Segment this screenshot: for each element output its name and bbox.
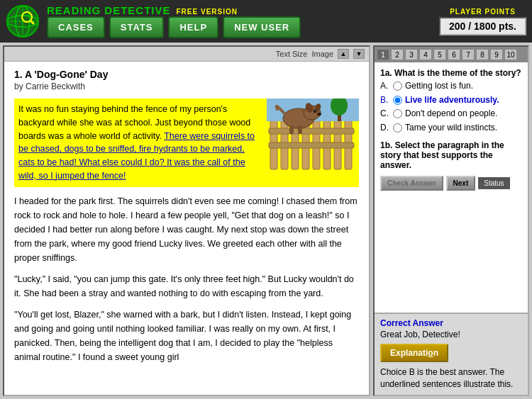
image-label: Image bbox=[311, 50, 333, 58]
text-size-label: Text Size bbox=[276, 50, 308, 58]
svg-point-25 bbox=[314, 110, 316, 113]
help-button[interactable]: HELP bbox=[168, 16, 218, 38]
new-user-button[interactable]: NEW USER bbox=[223, 16, 301, 38]
status-display: Status bbox=[478, 177, 509, 189]
q-tab-6[interactable]: 6 bbox=[448, 49, 460, 60]
svg-rect-29 bbox=[298, 125, 302, 134]
nav-buttons: CASES STATS HELP NEW USER bbox=[47, 16, 425, 38]
dog-fence-illustration bbox=[267, 99, 359, 176]
radio-b[interactable] bbox=[393, 96, 402, 105]
logo-icon bbox=[6, 4, 40, 38]
correct-answer-title: Correct Answer bbox=[380, 318, 522, 328]
radio-c[interactable] bbox=[393, 109, 402, 118]
player-points-area: PLAYER POINTS 200 / 1800 pts. bbox=[439, 8, 526, 35]
q-tab-1[interactable]: 1 bbox=[377, 49, 389, 60]
main-content: Text Size Image ▲ ▼ 1. A 'Dog-Gone' Day … bbox=[0, 43, 532, 399]
correct-answer-message: Great Job, Detective! bbox=[380, 330, 522, 339]
dog-image bbox=[267, 99, 359, 179]
q-tab-8[interactable]: 8 bbox=[476, 49, 489, 60]
next-button[interactable]: Next bbox=[446, 176, 476, 191]
q-tab-7[interactable]: 7 bbox=[462, 49, 475, 60]
check-answer-row: Check Answer Next Status bbox=[380, 176, 522, 191]
reading-panel: Text Size Image ▲ ▼ 1. A 'Dog-Gone' Day … bbox=[3, 45, 370, 396]
question-tabs: 1 2 3 4 5 6 7 8 9 10 bbox=[375, 47, 528, 62]
check-answer-button[interactable]: Check Answer bbox=[380, 176, 443, 191]
option-b-text: Live life adventurously. bbox=[405, 95, 499, 106]
svg-point-26 bbox=[315, 111, 316, 111]
q1a-label: 1a. What is the theme of the story? bbox=[380, 68, 522, 78]
option-d-text: Tame your wild instincts. bbox=[405, 123, 497, 134]
story-paragraph-2: "Lucky," I said, "you can jump this gate… bbox=[14, 272, 359, 300]
option-b-letter: B. bbox=[380, 95, 390, 106]
answer-option-c[interactable]: C. Don't depend on people. bbox=[380, 108, 522, 120]
option-d-letter: D. bbox=[380, 123, 390, 134]
q-tab-9[interactable]: 9 bbox=[490, 49, 503, 60]
brand-title: READING DETECTIVE bbox=[47, 4, 171, 16]
questions-area: 1a. What is the theme of the story? A. G… bbox=[375, 62, 528, 313]
app-header: READING DETECTIVE FREE VERSION CASES STA… bbox=[0, 0, 532, 43]
radio-a[interactable] bbox=[393, 82, 402, 91]
explanation-text: Choice B is the best answer. The underli… bbox=[380, 366, 522, 390]
option-c-letter: C. bbox=[380, 108, 390, 120]
q1b-section: 1b. Select the paragraph in the story th… bbox=[380, 140, 522, 170]
stats-button[interactable]: STATS bbox=[109, 16, 165, 38]
player-points-label: PLAYER POINTS bbox=[450, 8, 516, 16]
brand-free-label: FREE VERSION bbox=[177, 8, 238, 16]
q-tab-10[interactable]: 10 bbox=[504, 49, 517, 60]
q-tab-2[interactable]: 2 bbox=[391, 49, 404, 60]
explanation-btn-label: Explanation bbox=[390, 348, 438, 358]
svg-rect-28 bbox=[289, 125, 294, 134]
option-a-letter: A. bbox=[380, 81, 390, 92]
text-size-up-button[interactable]: ▲ bbox=[338, 49, 349, 59]
answer-option-d[interactable]: D. Tame your wild instincts. bbox=[380, 123, 522, 134]
radio-d[interactable] bbox=[393, 123, 402, 133]
answer-option-a[interactable]: A. Getting lost is fun. bbox=[380, 81, 522, 92]
option-c-text: Don't depend on people. bbox=[405, 108, 497, 120]
svg-point-27 bbox=[317, 113, 321, 116]
player-points-display: 200 / 1800 pts. bbox=[439, 17, 526, 35]
q-tab-5[interactable]: 5 bbox=[433, 49, 446, 60]
story-paragraph-1: I headed for the park first. The squirre… bbox=[14, 194, 359, 265]
story-author: by Carrie Beckwith bbox=[14, 82, 359, 91]
option-a-text: Getting lost is fun. bbox=[405, 81, 473, 92]
explanation-button[interactable]: Explanation bbox=[380, 344, 448, 362]
story-paragraph-3: "You'll get lost, Blazer," she warned wi… bbox=[14, 308, 359, 364]
correct-answer-section: Correct Answer Great Job, Detective! Exp… bbox=[375, 313, 528, 395]
svg-rect-16 bbox=[269, 128, 354, 134]
svg-rect-17 bbox=[269, 142, 354, 148]
story-title: 1. A 'Dog-Gone' Day bbox=[14, 69, 359, 80]
answer-option-b[interactable]: B. Live life adventurously. bbox=[380, 95, 522, 106]
text-size-down-button[interactable]: ▼ bbox=[353, 49, 365, 59]
q1b-label: 1b. Select the paragraph in the story th… bbox=[380, 140, 522, 170]
toolbar: Text Size Image ▲ ▼ bbox=[4, 47, 369, 62]
story-area: 1. A 'Dog-Gone' Day by Carrie Beckwith bbox=[4, 62, 369, 395]
cases-button[interactable]: CASES bbox=[47, 16, 105, 38]
right-panel: 1 2 3 4 5 6 7 8 9 10 1a. What is the the… bbox=[373, 45, 529, 396]
q-tab-4[interactable]: 4 bbox=[419, 49, 432, 60]
brand-area: READING DETECTIVE FREE VERSION CASES STA… bbox=[47, 4, 425, 38]
q-tab-3[interactable]: 3 bbox=[405, 49, 418, 60]
